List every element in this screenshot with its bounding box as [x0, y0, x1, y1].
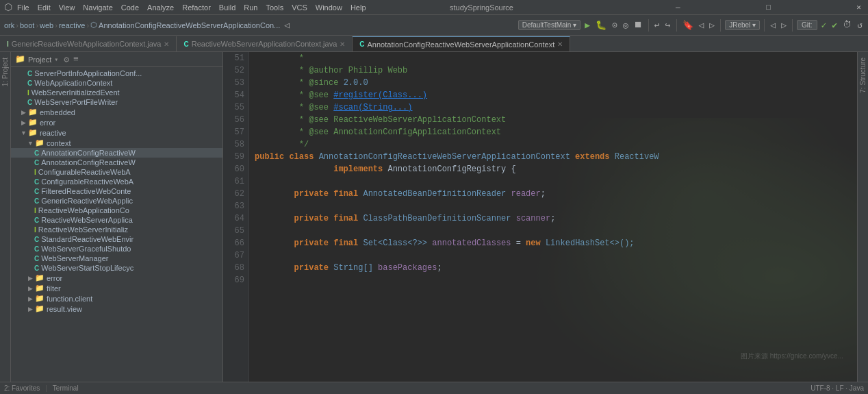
settings-icon[interactable]: ⚙: [64, 54, 69, 65]
tree-item-label: ReactiveWebApplicationCo: [38, 206, 129, 214]
run-configuration-selector[interactable]: DefaultTestMain ▾: [518, 20, 581, 30]
navigate-next-icon[interactable]: ▷: [708, 19, 716, 32]
close-button[interactable]: ✕: [854, 3, 864, 12]
tree-item-webserver-graceful[interactable]: C WebServerGracefulShutdo: [11, 244, 222, 254]
minimize-button[interactable]: —: [673, 3, 683, 12]
tab-close-icon[interactable]: ✕: [164, 40, 169, 48]
tree-item-filtered[interactable]: C FilteredReactiveWebConte: [11, 186, 222, 196]
tree-item-error-1[interactable]: ▶ 📁 error: [11, 117, 222, 127]
editor-area: 51 52 53 54 55 56 57 58 59 60 61 62 63 6…: [223, 52, 857, 382]
line-num: 57: [223, 126, 244, 138]
code-line-69: [255, 274, 857, 286]
class-icon: C: [34, 236, 39, 243]
tree-item-reactive-web-app-i[interactable]: I ReactiveWebApplicationCo: [11, 206, 222, 215]
toolbar-divider-2: [676, 19, 677, 32]
jrebel-selector[interactable]: JRebel ▾: [725, 20, 760, 30]
tree-item-reactive[interactable]: ▼ 📁 reactive: [11, 127, 222, 138]
tree-item-label: WebServerPortFileWriter: [34, 98, 118, 106]
undo-icon[interactable]: ↩: [653, 19, 661, 32]
menu-navigate[interactable]: Navigate: [79, 3, 116, 12]
tree-item-standard-reactive[interactable]: C StandardReactiveWebEnvir: [11, 234, 222, 244]
tree-item-result-view[interactable]: ▶ 📁 result.view: [11, 304, 222, 314]
structure-panel-tab[interactable]: 7: Structure: [859, 55, 867, 96]
left-side-panel: 1: Project: [0, 52, 11, 382]
nav-right-icon[interactable]: ▷: [780, 19, 788, 32]
tree-item-anno-config-1[interactable]: C AnnotationConfigReactiveW: [11, 148, 222, 158]
stop-icon[interactable]: ⏹: [633, 19, 644, 31]
tree-item-filter[interactable]: ▶ 📁 filter: [11, 283, 222, 293]
tab-reactive-webserver[interactable]: C ReactiveWebServerApplicationContext.ja…: [177, 36, 353, 51]
line-num: 64: [223, 212, 244, 225]
tree-item-generic[interactable]: C GenericReactiveWebApplic: [11, 196, 222, 206]
vcs-check2-icon[interactable]: ✔: [830, 19, 839, 32]
toolbar-divider-3: [720, 19, 721, 32]
bookmark-icon[interactable]: 🔖: [681, 19, 695, 32]
tree-item-anno-config-2[interactable]: C AnnotationConfigReactiveW: [11, 158, 222, 167]
vcs-history-icon[interactable]: ⏱: [841, 19, 853, 31]
tree-item-configurable-reactive-i[interactable]: I ConfigurableReactiveWebA: [11, 167, 222, 177]
menu-analyze[interactable]: Analyze: [144, 3, 177, 12]
nav-left-icon[interactable]: ◁: [769, 19, 777, 32]
panel-collapse-icon[interactable]: ≡: [73, 54, 79, 64]
menu-run[interactable]: Run: [240, 3, 261, 12]
class-icon: C: [27, 79, 32, 87]
menu-help[interactable]: Help: [347, 3, 370, 12]
profile-icon[interactable]: ◎: [622, 19, 630, 32]
back-icon[interactable]: ◁: [283, 19, 291, 32]
tree-item-webserver-start[interactable]: C WebServerStartStopLifecyc: [11, 263, 222, 273]
class-icon: C: [34, 149, 39, 157]
menu-window[interactable]: Window: [312, 3, 346, 12]
tree-item-error-2[interactable]: ▶ 📁 error: [11, 273, 222, 283]
menu-vcs[interactable]: VCS: [288, 3, 311, 12]
code-line-57: * @see AnnotationConfigApplicationContex…: [255, 126, 857, 138]
menu-edit[interactable]: Edit: [34, 3, 54, 12]
tab-generic-reactive[interactable]: I GenericReactiveWebApplicationContext.j…: [0, 36, 177, 51]
tree-collapse-icon: ▼: [27, 140, 33, 147]
tree-item-reactive-web-server[interactable]: C ReactiveWebServerApplica: [11, 215, 222, 225]
menu-build[interactable]: Build: [216, 3, 239, 12]
panel-dropdown-icon[interactable]: ▾: [54, 56, 58, 64]
tree-item-webserver-manager[interactable]: C WebServerManager: [11, 254, 222, 263]
menu-code[interactable]: Code: [118, 3, 142, 12]
project-panel-tab[interactable]: 1: Project: [1, 55, 9, 89]
menu-file[interactable]: File: [14, 3, 33, 12]
tree-item-web-server-port[interactable]: C WebServerPortFileWriter: [11, 97, 222, 107]
vcs-revert-icon[interactable]: ↺: [856, 19, 864, 32]
code-content[interactable]: * * @author Phillip Webb * @since 2.0.0 …: [249, 52, 857, 382]
tree-item-label: error: [40, 119, 55, 127]
tree-item-label: WebServerInitializedEvent: [31, 88, 120, 97]
maximize-button[interactable]: □: [763, 3, 774, 12]
tree-item-reactive-web-init[interactable]: I ReactiveWebServerInitializ: [11, 225, 222, 234]
tree-item-label: AnnotationConfigReactiveW: [41, 158, 136, 167]
line-num: 55: [223, 101, 244, 114]
redo-icon[interactable]: ↪: [664, 19, 672, 32]
tree-item-web-server-init[interactable]: I WebServerInitializedEvent: [11, 88, 222, 97]
tree-item-web-app-context[interactable]: C WebApplicationContext: [11, 78, 222, 88]
tree-item-function-client[interactable]: ▶ 📁 function.client: [11, 293, 222, 304]
favorites-tab[interactable]: 2: Favorites: [4, 384, 40, 392]
toolbar-divider-5: [792, 19, 793, 32]
code-line-62: private final AnnotatedBeanDefinitionRea…: [255, 188, 857, 200]
code-line-58: */: [255, 138, 857, 151]
terminal-tab[interactable]: Terminal: [53, 384, 79, 392]
vcs-checkmark-icon[interactable]: ✓: [820, 19, 828, 32]
tree-item-configurable-reactive-c[interactable]: C ConfigurableReactiveWebA: [11, 177, 222, 186]
tree-item-context[interactable]: ▼ 📁 context: [11, 138, 222, 148]
tree-item-label: context: [47, 139, 71, 147]
git-button[interactable]: Git:: [797, 20, 817, 30]
menu-refactor[interactable]: Refactor: [179, 3, 214, 12]
run-icon[interactable]: ▶: [583, 19, 591, 32]
menu-tools[interactable]: Tools: [262, 3, 287, 12]
tab-annotation-config[interactable]: C AnnotationConfigReactiveWebServerAppli…: [353, 36, 570, 51]
tree-item-embedded[interactable]: ▶ 📁 embedded: [11, 107, 222, 117]
debug-icon[interactable]: 🐛: [594, 19, 608, 32]
navigate-prev-icon[interactable]: ◁: [698, 19, 706, 32]
tab-close-active-icon[interactable]: ✕: [557, 40, 563, 48]
menu-view[interactable]: View: [55, 3, 79, 12]
tab-close-icon[interactable]: ✕: [340, 40, 345, 48]
coverage-icon[interactable]: ⊙: [611, 19, 619, 32]
code-line-54: * @see #register(Class...): [255, 89, 857, 101]
tree-item-server-port[interactable]: C ServerPortInfoApplicationConf...: [11, 69, 222, 78]
interface-icon: I: [34, 226, 36, 234]
interface-icon: I: [27, 89, 29, 97]
